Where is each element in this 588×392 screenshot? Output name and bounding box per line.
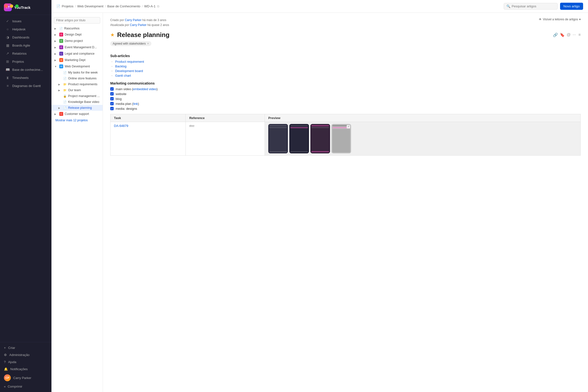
updated-by-label: Atualizada por	[110, 23, 129, 27]
show-more-button[interactable]: Mostrar mais 12 projetos	[52, 117, 103, 124]
list-item: Development board	[115, 69, 581, 73]
breadcrumb-knowledge[interactable]: Base de Conhecimento	[107, 4, 140, 8]
tree-label: Design Dept	[65, 33, 82, 36]
tree-mytasks[interactable]: 📄 My tasks for the week	[52, 70, 103, 76]
sidebar-item-label: Timesheets	[12, 76, 29, 80]
create-button[interactable]: + Criar	[0, 344, 52, 351]
projects-icon: ⊞	[6, 59, 10, 64]
tree-demo[interactable]: ▶ D Demo project	[52, 38, 103, 44]
sidebar-item-boards[interactable]: ▦ Boards Agile	[2, 42, 50, 49]
star-icon[interactable]: ★	[110, 32, 115, 38]
admin-item[interactable]: ⚙ Administração	[0, 351, 52, 358]
close-button[interactable]	[4, 4, 8, 8]
updated-by-link[interactable]: Carry Parker	[130, 23, 146, 27]
tree-rascunhos[interactable]: ▶ 📄 Rascunhos	[52, 26, 103, 31]
boards-icon: ▦	[6, 43, 10, 48]
visibility-button[interactable]: 👁 Visível a leitores de artigos ▾	[539, 18, 581, 21]
main-content: 📄 Projetos / Web Development / Base de C…	[52, 0, 588, 392]
created-by-label: Criado por	[110, 18, 124, 22]
notifications-item[interactable]: 🔔 Notificações	[0, 366, 52, 373]
help-item[interactable]: ? Ajuda	[0, 358, 52, 366]
expand-icon[interactable]: ⤢	[347, 125, 350, 128]
tree-design[interactable]: ▶ D Design Dept	[52, 31, 103, 38]
reports-icon: ↗	[6, 51, 10, 56]
sidebar-item-helpdesk[interactable]: ○ Helpdesk	[2, 25, 50, 33]
media-plan-link[interactable]: link	[133, 102, 138, 106]
admin-label: Administração	[9, 353, 30, 357]
more-icon[interactable]: ···	[572, 32, 576, 37]
content-area: ▶ 📄 Rascunhos ▶ D Design Dept ▶ D Demo p…	[52, 13, 588, 392]
sub-article-link[interactable]: Gantt chart	[115, 74, 131, 78]
tag-close-button[interactable]: ×	[147, 42, 149, 45]
tree-label: Product requirements	[68, 82, 98, 86]
plus-icon: +	[4, 346, 6, 350]
checkbox-label: media: designs	[116, 107, 137, 110]
user-profile[interactable]: CP Carry Parker	[0, 373, 52, 383]
mention-icon[interactable]: @	[567, 32, 570, 37]
tree-label: Marketing Dept	[65, 58, 86, 62]
sidebar-item-knowledge[interactable]: 📖 Base de conhecime...	[2, 66, 50, 74]
article-meta: Criado por Carry Parker há mais de 3 ano…	[110, 18, 169, 28]
tree-label: My tasks for the week	[68, 71, 98, 74]
gantt-icon: ≡	[6, 84, 10, 88]
tree-event[interactable]: ▶ E Event Management D...	[52, 44, 103, 50]
checkbox-icon	[110, 102, 114, 105]
sidebar-item-label: Diagramas de Gantt	[12, 84, 41, 88]
created-by-link[interactable]: Carry Parker	[125, 18, 141, 22]
breadcrumb-sep3: /	[142, 4, 143, 8]
sub-article-link[interactable]: Backlog	[115, 64, 126, 68]
tree-kbvideo[interactable]: 📄 Knowledge Base video	[52, 99, 103, 105]
tree-label: Rascunhos	[64, 27, 80, 30]
link-icon[interactable]: 🔗	[553, 32, 558, 37]
tree-projmgmt[interactable]: 🔒 Project management ...	[52, 93, 103, 99]
sidebar-item-label: Boards Agile	[12, 44, 30, 47]
copy-icon[interactable]: ⧉	[157, 4, 159, 8]
sidebar-item-projects[interactable]: ⊞ Projetos	[2, 58, 50, 66]
filter-input-container	[54, 17, 100, 24]
tree-webdev[interactable]: ▼ W Web Development	[52, 63, 103, 70]
tree-ourteam[interactable]: ▶ 📁 Our team	[52, 87, 103, 93]
sub-article-link[interactable]: Development board	[115, 69, 143, 73]
tree-marketing[interactable]: ▶ M Marketing Dept	[52, 57, 103, 63]
bell-icon: 🔔	[4, 367, 8, 371]
tree-onlinestore[interactable]: 📄 Online store features	[52, 76, 103, 81]
bookmark-icon[interactable]: 🔖	[560, 32, 565, 37]
tree-label: Demo project	[65, 39, 83, 43]
sidebar-item-dashboards[interactable]: ◑ Dashboards	[2, 33, 50, 41]
sidebar-item-issues[interactable]: ✓ Issues	[2, 17, 50, 25]
tree-legal[interactable]: ▶ L Legal and compliance	[52, 50, 103, 57]
tree-label: Customer support	[65, 112, 89, 116]
more-options-icon[interactable]: ⋯	[580, 4, 584, 9]
filter-input[interactable]	[56, 18, 98, 22]
visibility-label: Visível a leitores de artigos	[543, 18, 578, 21]
article-title-row: ★ Release planning 🔗 🔖 @ ··· ≡	[110, 31, 581, 39]
tree-label: Project management ...	[68, 94, 100, 98]
tree-product-req[interactable]: ▶ 📁 Product requirements	[52, 81, 103, 87]
embedded-video-link[interactable]: embedded video	[133, 87, 156, 91]
compress-button[interactable]: « Comprimir	[0, 383, 52, 390]
sidebar-item-timesheets[interactable]: ⧗ Timesheets	[2, 74, 50, 82]
maximize-button[interactable]	[15, 4, 18, 8]
sidebar-item-gantt[interactable]: ≡ Diagramas de Gantt	[2, 82, 50, 90]
sidebar-item-reports[interactable]: ↗ Relatórios	[2, 50, 50, 57]
compress-label: Comprimir	[8, 385, 22, 388]
col-task: Task	[110, 114, 186, 122]
search-input[interactable]	[512, 4, 551, 8]
task-link[interactable]: DA-64879	[114, 124, 128, 128]
doc-icon: 📄	[59, 27, 63, 30]
doc-icon: 📄	[63, 100, 67, 104]
tree-release-planning[interactable]: ▶ 📄 Release planning	[52, 105, 103, 111]
tree-customer[interactable]: ▶ C Customer support	[52, 111, 103, 117]
sub-article-link[interactable]: Product requirement	[115, 60, 144, 64]
search-bar: 🔍	[504, 3, 558, 10]
toc-icon[interactable]: ≡	[578, 32, 581, 37]
minimize-button[interactable]	[10, 4, 13, 8]
chevron-icon: ▶	[54, 40, 58, 42]
avatar: CP	[4, 374, 11, 381]
title-actions: 🔗 🔖 @ ···	[553, 32, 576, 37]
doc-lock-icon: 🔒	[63, 94, 67, 98]
knowledge-icon: 📖	[6, 68, 10, 72]
breadcrumb-projetos[interactable]: Projetos	[62, 4, 74, 8]
chevron-icon: ▶	[54, 46, 58, 49]
breadcrumb-webdev[interactable]: Web Development	[77, 4, 104, 8]
